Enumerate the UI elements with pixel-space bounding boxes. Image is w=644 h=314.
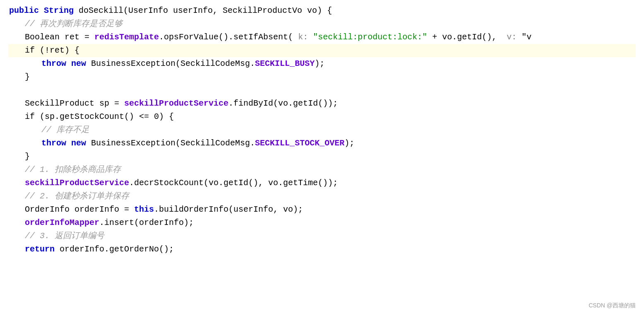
comment-2: // 库存不足: [41, 123, 89, 137]
keyword-new-2: new: [71, 137, 91, 150]
code-text: .buildOrderInfo(userInfo, vo);: [154, 203, 303, 216]
code-text: .findById(vo.getId());: [228, 97, 338, 110]
code-text: orderInfo.getOrderNo();: [60, 243, 174, 256]
constant-stock-over: SECKILL_STOCK_OVER: [255, 137, 344, 150]
code-line-10: // 库存不足: [8, 123, 636, 137]
seckill-product-service-2: seckillProductService: [25, 176, 129, 190]
keyword-this: this: [134, 203, 154, 216]
code-line-5: throw new BusinessException(SeckillCodeM…: [8, 57, 636, 70]
code-line-1: public String doSeckill(UserInfo userInf…: [8, 4, 636, 17]
string-key: "seckill:product:lock:": [313, 31, 427, 44]
code-text: );: [344, 137, 354, 150]
code-line-8: SeckillProduct sp = seckillProductServic…: [8, 97, 636, 110]
constant-seckill-busy: SECKILL_BUSY: [255, 57, 315, 70]
comment-1: // 再次判断库存是否足够: [25, 17, 123, 31]
comment-3: // 1. 扣除秒杀商品库存: [25, 163, 121, 176]
code-text: Boolean ret =: [25, 31, 94, 44]
code-line-17: orderInfoMapper.insert(orderInfo);: [8, 216, 636, 229]
param-v: v:: [507, 31, 521, 44]
seckill-product-service-1: seckillProductService: [124, 97, 228, 110]
keyword-new-1: new: [71, 57, 91, 70]
code-line-empty: [8, 84, 636, 97]
code-text: );: [315, 57, 324, 70]
order-info-mapper: orderInfoMapper: [25, 216, 99, 229]
code-editor: public String doSeckill(UserInfo userInf…: [0, 0, 644, 314]
closing-brace-2: }: [25, 150, 30, 163]
code-line-2: // 再次判断库存是否足够: [8, 17, 636, 31]
exception-class: BusinessException(SeckillCodeMsg.: [91, 57, 255, 70]
code-text: if (!ret) {: [25, 44, 79, 57]
code-text: .decrStockCount(vo.getId(), vo.getTime()…: [129, 176, 338, 190]
code-line-18: // 3. 返回订单编号: [8, 229, 636, 243]
code-line-11: throw new BusinessException(SeckillCodeM…: [8, 137, 636, 150]
code-line-13: // 1. 扣除秒杀商品库存: [8, 163, 636, 176]
code-text: if (sp.getStockCount() <= 0) {: [25, 110, 174, 123]
code-text: .insert(orderInfo);: [99, 216, 194, 229]
keyword-throw-1: throw: [41, 57, 71, 70]
code-text: "v: [521, 31, 531, 44]
code-text: OrderInfo orderInfo =: [25, 203, 134, 216]
method-signature: doSeckill(UserInfo userInfo, SeckillProd…: [79, 4, 332, 17]
code-text: .opsForValue().setIfAbsent(: [159, 31, 298, 44]
watermark: CSDN @西塘的猫: [589, 301, 636, 310]
code-text: SeckillProduct sp =: [25, 97, 124, 110]
code-line-19: return orderInfo.getOrderNo();: [8, 243, 636, 256]
code-line-6: }: [8, 70, 636, 84]
code-line-9: if (sp.getStockCount() <= 0) {: [8, 110, 636, 123]
code-line-3: Boolean ret = redisTemplate.opsForValue(…: [8, 31, 636, 44]
comment-5: // 3. 返回订单编号: [25, 229, 104, 243]
code-text: + vo.getId(),: [427, 31, 507, 44]
code-line-4: if (!ret) {: [8, 44, 636, 57]
exception-class-2: BusinessException(SeckillCodeMsg.: [91, 137, 255, 150]
code-line-12: }: [8, 150, 636, 163]
redis-template: redisTemplate: [94, 31, 159, 44]
code-line-16: OrderInfo orderInfo = this.buildOrderInf…: [8, 203, 636, 216]
keyword-string: String: [44, 4, 79, 17]
code-line-14: seckillProductService.decrStockCount(vo.…: [8, 176, 636, 190]
param-k: k:: [298, 31, 313, 44]
closing-brace-1: }: [25, 70, 30, 84]
code-line-15: // 2. 创建秒杀订单并保存: [8, 190, 636, 203]
keyword-throw-2: throw: [41, 137, 71, 150]
keyword-public: public: [9, 4, 44, 17]
keyword-return: return: [25, 243, 60, 256]
comment-4: // 2. 创建秒杀订单并保存: [25, 190, 129, 203]
